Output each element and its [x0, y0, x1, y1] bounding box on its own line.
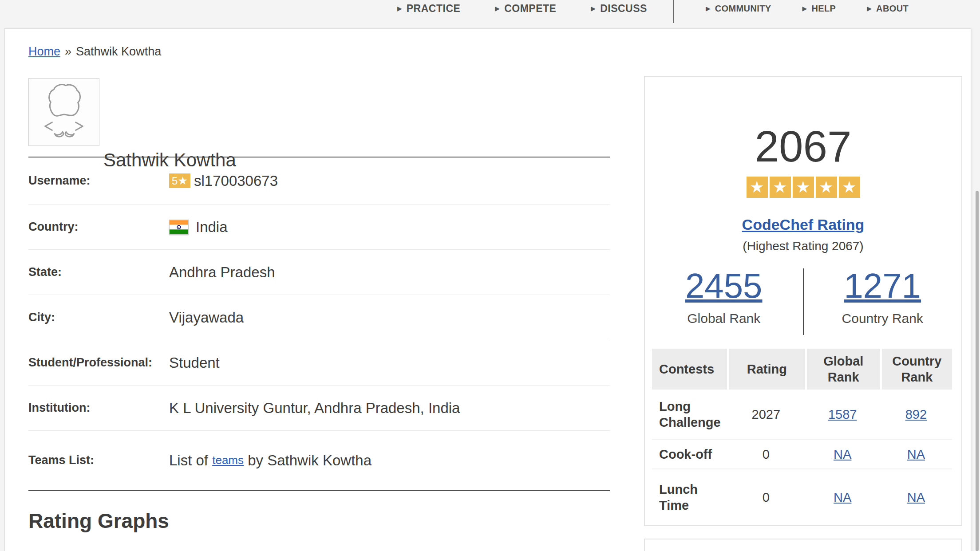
- breadcrumb-home-link[interactable]: Home: [28, 45, 60, 58]
- codechef-profile-page: { "nav": { "bullet_icon": "▶", "primary"…: [0, 0, 980, 551]
- field-label: Student/Professional:: [28, 356, 169, 370]
- nav-item-label: COMMUNITY: [715, 4, 771, 14]
- country-rank-label: Country Rank: [842, 311, 923, 326]
- nav-bullet-icon: ▶: [495, 5, 500, 12]
- info-row-institution: Institution: K L University Guntur, Andh…: [28, 386, 610, 431]
- chef-hat-doodle-icon: [29, 79, 99, 146]
- nav-item-about[interactable]: ▶ ABOUT: [867, 4, 909, 14]
- five-star-badge: 5★: [169, 173, 190, 188]
- country-value: India: [196, 219, 228, 236]
- breadcrumb-current: Sathwik Kowtha: [76, 45, 161, 58]
- info-row-state: State: Andhra Pradesh: [28, 250, 610, 295]
- table-row-lunch-time: Lunch Time 0 NA NA: [652, 469, 952, 525]
- info-row-username: Username: 5★ sl170030673: [28, 157, 610, 205]
- contest-global-rank-link[interactable]: NA: [834, 446, 851, 462]
- nav-divider: [673, 0, 674, 23]
- col-header-global-rank: Global Rank: [805, 349, 880, 390]
- table-header-row: Contests Rating Global Rank Country Rank: [652, 349, 952, 390]
- contest-country-rank-link[interactable]: 892: [905, 406, 927, 422]
- contest-global-rank-link[interactable]: NA: [834, 489, 851, 505]
- nav-item-label: HELP: [811, 4, 836, 14]
- institution-value: K L University Guntur, Andhra Pradesh, I…: [169, 400, 460, 417]
- col-header-contests: Contests: [652, 361, 727, 377]
- secondary-card: [644, 539, 962, 551]
- india-flag-icon: [169, 220, 189, 235]
- star-rating: ★ ★ ★ ★ ★: [645, 177, 961, 198]
- contest-country-rank-link[interactable]: NA: [907, 446, 925, 462]
- rating-card: 2067 ★ ★ ★ ★ ★ CodeChef Rating (Highest …: [644, 76, 962, 526]
- field-label: Institution:: [28, 401, 169, 415]
- teams-link[interactable]: teams: [212, 453, 244, 467]
- profile-info-table: Username: 5★ sl170030673 Country:: [28, 157, 610, 491]
- nav-item-label: COMPETE: [504, 3, 556, 15]
- nav-bullet-icon: ▶: [397, 5, 402, 12]
- highest-rating-note: (Highest Rating 2067): [645, 239, 961, 253]
- field-label: Username:: [28, 174, 169, 188]
- nav-item-discuss[interactable]: ▶ DISCUSS: [591, 3, 647, 15]
- nav-bullet-icon: ▶: [802, 5, 807, 12]
- nav-bullet-icon: ▶: [867, 5, 872, 12]
- nav-bullet-icon: ▶: [706, 5, 711, 12]
- nav-bullet-icon: ▶: [591, 5, 596, 12]
- contest-global-rank-link[interactable]: 1587: [828, 406, 857, 422]
- contest-country-rank-link[interactable]: NA: [907, 489, 925, 505]
- teams-suffix: by Sathwik Kowtha: [248, 452, 371, 469]
- info-row-city: City: Vijayawada: [28, 295, 610, 340]
- star-icon: ★: [178, 175, 187, 186]
- teams-prefix: List of: [169, 452, 208, 469]
- badge-number: 5: [172, 176, 178, 186]
- table-row-cook-off: Cook-off 0 NA NA: [652, 440, 952, 469]
- nav-item-label: DISCUSS: [600, 3, 647, 15]
- info-row-teams-list: Teams List: List of teams by Sathwik Kow…: [28, 431, 610, 491]
- nav-item-help[interactable]: ▶ HELP: [802, 4, 836, 14]
- breadcrumb: Home»Sathwik Kowtha: [28, 45, 161, 59]
- col-header-rating: Rating: [727, 349, 805, 390]
- field-label: State:: [28, 265, 169, 279]
- star-icon: ★: [816, 177, 837, 198]
- nav-item-label: PRACTICE: [407, 3, 461, 15]
- contest-rating: 0: [727, 489, 805, 505]
- nav-item-label: ABOUT: [876, 4, 909, 14]
- contest-name: Lunch Time: [652, 481, 727, 513]
- info-row-country: Country: India: [28, 205, 610, 250]
- codechef-rating-link[interactable]: CodeChef Rating: [742, 216, 865, 233]
- city-value: Vijayawada: [169, 309, 244, 326]
- student-professional-value: Student: [169, 354, 220, 371]
- contest-rating: 2027: [727, 406, 805, 422]
- nav-item-community[interactable]: ▶ COMMUNITY: [706, 4, 771, 14]
- country-rank-link[interactable]: 1271: [844, 268, 921, 303]
- table-row-long-challenge: Long Challenge 2027 1587 892: [652, 390, 952, 440]
- nav-item-compete[interactable]: ▶ COMPETE: [495, 3, 556, 15]
- contest-name: Cook-off: [652, 446, 727, 462]
- global-rank-label: Global Rank: [687, 311, 760, 326]
- username-value: sl170030673: [194, 173, 278, 189]
- star-icon: ★: [770, 177, 791, 198]
- star-icon: ★: [793, 177, 814, 198]
- star-icon: ★: [747, 177, 768, 198]
- rating-graphs-heading: Rating Graphs: [28, 509, 169, 533]
- info-row-student-professional: Student/Professional: Student: [28, 340, 610, 386]
- field-label: Country:: [28, 220, 169, 234]
- field-label: City:: [28, 311, 169, 324]
- ranks-section: 2455 Global Rank 1271 Country Rank: [645, 268, 961, 335]
- star-icon: ★: [839, 177, 860, 198]
- contest-name: Long Challenge: [652, 398, 727, 430]
- current-rating: 2067: [645, 125, 961, 168]
- state-value: Andhra Pradesh: [169, 264, 275, 281]
- top-nav: ▶ PRACTICE ▶ COMPETE ▶ DISCUSS ▶ COMMUNI…: [397, 0, 909, 17]
- contest-rating: 0: [727, 446, 805, 462]
- global-rank-link[interactable]: 2455: [685, 268, 763, 303]
- main-panel: Home»Sathwik Kowtha Sathwik Kowtha Usern…: [4, 28, 971, 551]
- contest-rating-table: Contests Rating Global Rank Country Rank…: [652, 349, 952, 525]
- global-rank-cell: 2455 Global Rank: [645, 268, 803, 335]
- nav-item-practice[interactable]: ▶ PRACTICE: [397, 3, 460, 15]
- breadcrumb-separator: »: [65, 45, 71, 58]
- field-label: Teams List:: [28, 453, 169, 467]
- col-header-country-rank: Country Rank: [880, 349, 952, 390]
- scrollbar-thumb[interactable]: [976, 191, 979, 551]
- avatar: [28, 78, 99, 146]
- country-rank-cell: 1271 Country Rank: [804, 268, 962, 335]
